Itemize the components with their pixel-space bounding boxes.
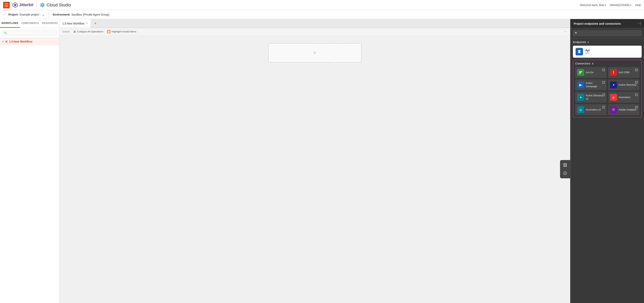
tabs-bar: 1.0 New Workflow × + xyxy=(59,19,570,28)
connector-card-act-on[interactable]: Act-On xyxy=(575,67,606,78)
env-name: Sandbox (Private Agent Group) xyxy=(72,13,110,16)
connector-acumatica-v2-icon: ◎ xyxy=(577,106,584,113)
cloud-studio-text: Cloud Studio xyxy=(46,2,71,7)
connector-acumatica-v2-name: Acumatica v2 xyxy=(586,108,601,111)
connector-card-adobe-analytics[interactable]: Ⓐ Adobe Analytics xyxy=(608,104,639,115)
left-sidebar: WORKFLOWS COMPONENTS RESOURCES ▾ ⊗ 1.0 N… xyxy=(0,19,59,303)
endpoints-section-header[interactable]: Endpoints ∧ xyxy=(573,41,642,44)
connector-active-directory-v2-menu[interactable] xyxy=(602,93,605,96)
connector-active-campaign-menu[interactable] xyxy=(602,81,605,84)
connectors-label: Connectors xyxy=(575,62,590,65)
drop-zone[interactable]: + xyxy=(268,43,362,62)
connector-active-campaign-name: Active Campaign xyxy=(586,82,604,88)
help-label: Help xyxy=(635,3,641,6)
sidebar-search-input[interactable] xyxy=(2,30,57,35)
workflow-name: 1.0 New Workflow xyxy=(9,40,32,43)
help-link[interactable]: Help xyxy=(635,3,641,6)
svg-rect-11 xyxy=(579,72,582,73)
svg-rect-12 xyxy=(579,73,581,74)
nav-divider xyxy=(36,2,36,8)
svg-rect-10 xyxy=(579,71,582,72)
connector-act-on-name: Act-On xyxy=(586,71,594,74)
connector-active-directory-icon: ✦ xyxy=(610,81,617,88)
right-panel-content: Endpoints ∧ Api API Connectors ∧ xyxy=(570,38,644,303)
collapse-icon: ⊞ xyxy=(74,30,76,33)
connector-active-directory-menu[interactable] xyxy=(635,81,638,84)
project-dropdown-chevron[interactable]: ⌄ xyxy=(42,12,45,17)
connector-card-act-crm[interactable]: ! Act! CRM xyxy=(608,67,639,78)
connector-act-crm-menu[interactable] xyxy=(635,68,638,71)
connector-card-active-directory[interactable]: ✦ Active Directory xyxy=(608,79,639,90)
project-label: Project: xyxy=(8,13,18,16)
toolbar-more-button[interactable]: ··· xyxy=(564,29,567,34)
connector-card-active-directory-v2[interactable]: ✦ Active Directory v2 xyxy=(575,92,606,103)
connector-act-crm-name: Act! CRM xyxy=(618,71,630,74)
jitterbit-brand-text: Jitterbit xyxy=(19,3,33,7)
connector-card-acumatica[interactable]: ◎ Acumatica xyxy=(608,92,639,103)
toolbar: Saved ⊞ Collapse All Operations Highligh… xyxy=(59,28,570,35)
org-menu[interactable]: Jitterbit(123456) xyxy=(610,3,631,6)
connector-act-crm-icon: ! xyxy=(610,69,617,76)
svg-rect-4 xyxy=(565,163,567,165)
workflow-tab[interactable]: 1.0 New Workflow × xyxy=(59,19,91,28)
endpoints-label: Endpoints xyxy=(573,41,586,44)
main-content: 1.0 New Workflow × + Saved ⊞ Collapse Al… xyxy=(59,19,570,303)
connector-acumatica-v2-menu[interactable] xyxy=(602,106,605,109)
top-nav: Jitterbit ⚙️ Cloud Studio Welcome back, … xyxy=(0,0,644,10)
right-panel-search-area xyxy=(570,28,644,38)
tab-components[interactable]: COMPONENTS xyxy=(20,19,40,28)
connector-acumatica-menu[interactable] xyxy=(635,93,638,96)
project-env-divider xyxy=(49,12,49,17)
side-toolbar-grid-button[interactable] xyxy=(561,161,569,169)
connector-act-on-menu[interactable] xyxy=(602,68,605,71)
workflow-chevron-icon: ▾ xyxy=(2,40,4,43)
right-panel-title: Project endpoints and connectors xyxy=(574,22,621,25)
highlight-invalid-button[interactable]: Highlight Invalid Items xyxy=(107,30,136,33)
env-info: Environment: Sandbox (Private Agent Grou… xyxy=(53,13,110,16)
connector-active-directory-v2-icon: ✦ xyxy=(577,94,584,101)
connector-active-directory-v2-name: Active Directory v2 xyxy=(586,94,604,101)
right-panel-search-input[interactable] xyxy=(573,30,642,36)
connector-acumatica-icon: ◎ xyxy=(610,94,617,101)
tab-resources[interactable]: RESOURCES xyxy=(40,19,60,28)
collapse-all-button[interactable]: ⊞ Collapse All Operations xyxy=(74,30,104,33)
user-greeting: Welcome back, Bob xyxy=(580,3,604,6)
endpoint-api-info: Api API xyxy=(585,49,639,54)
right-panel-close-button[interactable]: →| xyxy=(637,22,641,25)
connector-adobe-analytics-menu[interactable] xyxy=(635,106,638,109)
side-toolbar xyxy=(560,160,570,178)
project-bar: ··· Project: Example project ⌄ Environme… xyxy=(0,10,644,19)
connector-card-acumatica-v2[interactable]: ◎ Acumatica v2 xyxy=(575,104,606,115)
endpoint-api-name: Api xyxy=(585,49,639,52)
endpoint-card-api[interactable]: Api API xyxy=(573,46,642,58)
connector-active-directory-name: Active Directory xyxy=(618,83,636,87)
tab-workflows[interactable]: WORKFLOWS xyxy=(0,19,20,28)
jitterbit-logo: Jitterbit xyxy=(12,2,33,8)
tab-close-button[interactable]: × xyxy=(86,22,88,25)
org-name: Jitterbit(123456) xyxy=(610,3,630,6)
connector-adobe-analytics-icon: Ⓐ xyxy=(610,106,617,113)
hamburger-button[interactable] xyxy=(3,2,10,8)
svg-rect-5 xyxy=(563,165,565,167)
endpoint-api-icon xyxy=(576,48,583,55)
side-toolbar-globe-button[interactable] xyxy=(561,169,569,177)
sidebar-search-wrapper xyxy=(2,30,57,35)
sidebar-tabs: WORKFLOWS COMPONENTS RESOURCES xyxy=(0,19,59,28)
connector-card-active-campaign[interactable]: ▶ Active Campaign xyxy=(575,79,606,90)
endpoint-api-type: API xyxy=(585,52,639,54)
connectors-section-header[interactable]: Connectors ∧ xyxy=(575,62,639,65)
add-tab-button[interactable]: + xyxy=(92,19,99,28)
user-menu[interactable]: Welcome back, Bob xyxy=(580,3,606,6)
workflow-item[interactable]: ▾ ⊗ 1.0 New Workflow xyxy=(0,38,59,45)
highlight-invalid-label: Highlight Invalid Items xyxy=(112,30,136,33)
endpoints-caret-icon: ∧ xyxy=(587,41,589,43)
right-panel: Project endpoints and connectors →| Endp… xyxy=(570,19,644,303)
dots-nav[interactable]: ··· xyxy=(3,12,6,16)
connectors-section: Connectors ∧ Act-On xyxy=(573,60,642,117)
svg-rect-3 xyxy=(563,163,565,165)
project-name: Example project xyxy=(20,13,39,16)
highlight-checkbox-icon xyxy=(107,30,110,33)
collapse-all-label: Collapse All Operations xyxy=(77,30,104,33)
drop-zone-plus-icon: + xyxy=(313,50,316,56)
sidebar-content: ▾ ⊗ 1.0 New Workflow xyxy=(0,38,59,303)
